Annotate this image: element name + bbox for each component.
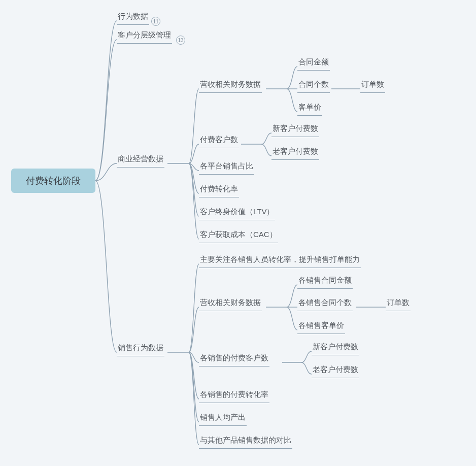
node-label: 各销售合同金额 <box>298 276 352 284</box>
node-label: 订单数 <box>387 298 410 307</box>
node-label: 销售人均产出 <box>200 413 246 421</box>
collapsed-count-badge[interactable]: 13 <box>176 36 185 45</box>
node-label: 与其他产品销售数据的对比 <box>200 436 291 444</box>
node-new-paying[interactable]: 新客户付费数 <box>271 124 319 137</box>
node-label: 各销售的付费客户数 <box>200 353 268 362</box>
node-paying-customers[interactable]: 付费客户数 <box>199 135 239 148</box>
node-sales-finance[interactable]: 营收相关财务数据 <box>199 298 262 311</box>
node-label: 新客户付费数 <box>273 124 318 132</box>
node-behavior-data[interactable]: 行为数据 <box>117 12 149 25</box>
node-platform-share[interactable]: 各平台销售占比 <box>199 161 254 175</box>
node-sales-conversion-rate[interactable]: 各销售的付费转化率 <box>199 390 269 403</box>
node-label: 合同个数 <box>298 80 329 88</box>
collapsed-count-badge[interactable]: 11 <box>151 17 160 26</box>
node-label: 各平台销售占比 <box>200 161 253 170</box>
node-label: 营收相关财务数据 <box>200 298 261 307</box>
node-sales-behavior[interactable]: 销售行为数据 <box>117 343 164 356</box>
node-old-paying[interactable]: 老客户付费数 <box>271 147 319 160</box>
node-label: 付费转化率 <box>200 184 238 193</box>
mindmap-canvas: 付费转化阶段 行为数据 11 客户分层级管理 13 商业经营数据 销售行为数据 … <box>0 0 476 466</box>
badge-count: 11 <box>153 19 158 24</box>
node-sales-paying-customers[interactable]: 各销售的付费客户数 <box>199 353 269 367</box>
node-label: 主要关注各销售人员转化率，提升销售打单能力 <box>200 255 360 263</box>
node-label: 营收相关财务数据 <box>200 80 261 88</box>
node-label: 各销售客单价 <box>298 321 344 329</box>
node-sales-old-paying[interactable]: 老客户付费数 <box>312 365 359 378</box>
node-sales-contract-count[interactable]: 各销售合同个数 <box>297 298 353 311</box>
node-biz-finance[interactable]: 营收相关财务数据 <box>199 80 262 93</box>
node-label: 订单数 <box>361 80 384 88</box>
node-label: 客单价 <box>298 103 321 111</box>
node-sales-order-count[interactable]: 订单数 <box>386 298 411 311</box>
node-customer-tier[interactable]: 客户分层级管理 <box>117 30 172 44</box>
node-contract-amount[interactable]: 合同金额 <box>297 57 330 71</box>
node-sales-contract-amount[interactable]: 各销售合同金额 <box>297 276 353 289</box>
node-sales-focus[interactable]: 主要关注各销售人员转化率，提升销售打单能力 <box>199 255 361 268</box>
node-label: 客户分层级管理 <box>118 30 171 39</box>
node-label: 销售行为数据 <box>118 343 163 352</box>
node-label: 行为数据 <box>118 12 148 20</box>
node-label: 新客户付费数 <box>313 342 358 351</box>
node-label: 合同金额 <box>298 57 329 66</box>
node-order-count[interactable]: 订单数 <box>360 80 385 93</box>
node-label: 付费客户数 <box>200 135 238 144</box>
node-label: 老客户付费数 <box>313 365 358 374</box>
node-conversion-rate[interactable]: 付费转化率 <box>199 184 239 197</box>
node-cac[interactable]: 客户获取成本（CAC） <box>199 230 278 243</box>
node-label: 客户终身价值（LTV） <box>200 207 274 216</box>
badge-count: 13 <box>178 38 183 43</box>
node-contract-count[interactable]: 合同个数 <box>297 80 330 93</box>
node-label: 各销售的付费转化率 <box>200 390 268 398</box>
root-label: 付费转化阶段 <box>26 175 81 187</box>
node-label: 客户获取成本（CAC） <box>200 230 277 239</box>
node-sales-compare[interactable]: 与其他产品销售数据的对比 <box>199 436 292 449</box>
node-sales-avg-output[interactable]: 销售人均产出 <box>199 413 247 426</box>
node-label: 各销售合同个数 <box>298 298 352 307</box>
node-unit-price[interactable]: 客单价 <box>297 103 322 116</box>
node-sales-new-paying[interactable]: 新客户付费数 <box>312 342 359 355</box>
node-label: 老客户付费数 <box>273 147 318 155</box>
root-node[interactable]: 付费转化阶段 <box>11 169 95 193</box>
node-ltv[interactable]: 客户终身价值（LTV） <box>199 207 275 220</box>
node-sales-unit-price[interactable]: 各销售客单价 <box>297 321 345 334</box>
node-label: 商业经营数据 <box>118 154 163 163</box>
node-business-data[interactable]: 商业经营数据 <box>117 154 164 168</box>
